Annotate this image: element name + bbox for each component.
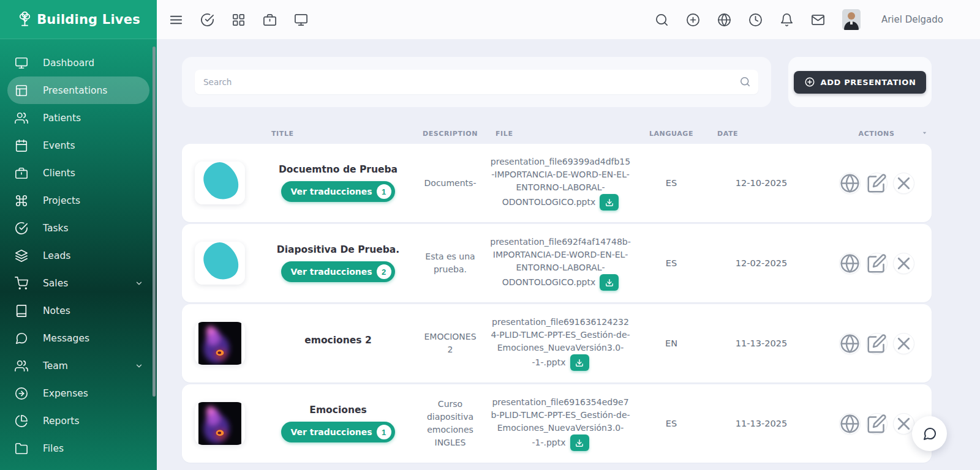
plus-circle-icon[interactable]	[686, 13, 700, 27]
topbar: Ariel Delgado	[157, 0, 980, 39]
plus-circle-icon	[804, 76, 815, 88]
user-name[interactable]: Ariel Delgado	[881, 14, 943, 25]
ver-traducciones-button[interactable]: Ver traducciones 2	[281, 261, 394, 282]
header-date[interactable]: DATE	[701, 130, 821, 138]
grid-icon[interactable]	[232, 13, 246, 27]
delete-button[interactable]	[893, 253, 914, 274]
sidebar-item-presentations[interactable]: Presentations	[7, 76, 149, 104]
add-presentation-button[interactable]: ADD PRESENTATION	[794, 71, 927, 94]
topbar-right: Ariel Delgado	[655, 9, 943, 30]
header-actions[interactable]: ACTIONS	[859, 130, 895, 138]
sidebar-scrollbar[interactable]	[153, 47, 156, 397]
edit-icon	[867, 253, 887, 274]
brand-logo[interactable]: Building Lives	[0, 0, 157, 39]
toolbar-row: ADD PRESENTATION	[182, 57, 932, 107]
presentation-date: 12-02-2025	[701, 258, 821, 268]
table-row: Diapositiva De Prueba. Ver traducciones …	[182, 224, 932, 302]
sidebar-item-clients[interactable]: Clients	[7, 159, 149, 187]
download-button[interactable]	[600, 274, 619, 291]
badge-count: 1	[377, 425, 391, 439]
clock-icon[interactable]	[748, 13, 763, 27]
pie-chart-icon	[15, 414, 28, 428]
check-circle-icon[interactable]	[200, 13, 214, 27]
search-icon[interactable]	[739, 76, 751, 88]
sidebar-item-projects[interactable]: Projects	[7, 187, 149, 214]
translate-globe-button[interactable]	[839, 253, 861, 274]
monitor-icon[interactable]	[294, 13, 308, 27]
download-icon	[605, 278, 614, 287]
topbar-left-icons	[169, 13, 308, 27]
sort-caret-icon[interactable]	[921, 130, 928, 136]
delete-button[interactable]	[893, 173, 914, 194]
sidebar-item-dashboard[interactable]: Dashboard	[7, 49, 149, 76]
download-button[interactable]	[600, 194, 619, 211]
ver-traducciones-button[interactable]: Ver traducciones 1	[281, 181, 394, 202]
sidebar-item-files[interactable]: Files	[7, 435, 149, 462]
sidebar-item-leads[interactable]: Leads	[7, 242, 149, 269]
download-icon	[605, 198, 614, 207]
edit-button[interactable]	[866, 173, 888, 194]
sidebar-item-events[interactable]: Events	[7, 132, 149, 159]
presentation-thumbnail[interactable]	[195, 402, 245, 445]
sidebar-item-notes[interactable]: Notes	[7, 297, 149, 324]
calendar-icon	[15, 139, 28, 152]
ver-traducciones-button[interactable]: Ver traducciones 1	[281, 422, 394, 442]
briefcase-icon	[15, 166, 28, 180]
menu-icon[interactable]	[169, 13, 183, 27]
sidebar-item-tasks[interactable]: Tasks	[7, 214, 149, 242]
presentation-language: ES	[641, 419, 701, 428]
layout-icon	[15, 84, 28, 97]
translate-globe-button[interactable]	[839, 413, 861, 435]
presentation-description: Curso diapositiva emociones INGLES	[421, 398, 480, 449]
presentations-table: Docuemtno de Prueba Ver traducciones 1 D…	[182, 144, 932, 463]
globe-icon	[840, 253, 860, 274]
header-file[interactable]: FILE	[480, 130, 641, 138]
avatar-photo-icon	[842, 9, 861, 30]
search-input[interactable]	[195, 70, 758, 94]
edit-icon	[867, 414, 887, 434]
check-circle-icon	[15, 222, 28, 235]
translate-globe-button[interactable]	[839, 333, 861, 354]
download-button[interactable]	[570, 354, 589, 371]
edit-button[interactable]	[866, 333, 888, 354]
presentation-file-name: presentation_file6916354ed9e7b-PLID-TLMC…	[491, 397, 630, 447]
presentation-thumbnail[interactable]	[195, 162, 245, 204]
delete-button[interactable]	[893, 413, 914, 435]
sidebar-item-team[interactable]: Team	[7, 352, 149, 379]
chat-fab-button[interactable]	[912, 416, 947, 451]
globe-icon[interactable]	[717, 13, 731, 27]
add-presentation-label: ADD PRESENTATION	[821, 78, 916, 87]
bell-icon[interactable]	[780, 13, 794, 27]
sidebar-item-reports[interactable]: Reports	[7, 407, 149, 435]
sidebar-nav: Dashboard Presentations Patients Events …	[0, 39, 157, 462]
main-content: ADD PRESENTATION TITLE DESCRIPTION FILE …	[157, 39, 980, 470]
edit-button[interactable]	[866, 413, 888, 435]
chevron-down-icon	[135, 279, 143, 288]
download-button[interactable]	[570, 435, 589, 451]
header-language[interactable]: LANGUAGE	[641, 130, 701, 138]
translate-globe-button[interactable]	[839, 173, 861, 194]
presentation-thumbnail[interactable]	[195, 242, 245, 285]
cart-icon	[15, 277, 28, 290]
header-title[interactable]: TITLE	[255, 130, 421, 138]
presentation-date: 11-13-2025	[701, 419, 821, 428]
edit-button[interactable]	[866, 253, 888, 274]
sidebar-item-sales[interactable]: Sales	[7, 269, 149, 297]
briefcase-icon[interactable]	[263, 13, 277, 27]
brand-name: Building Lives	[37, 12, 140, 27]
sidebar-item-patients[interactable]: Patients	[7, 104, 149, 132]
sidebar-item-expenses[interactable]: Expenses	[7, 379, 149, 407]
download-icon	[575, 439, 584, 447]
header-description[interactable]: DESCRIPTION	[421, 130, 480, 138]
presentation-thumbnail[interactable]	[195, 322, 245, 365]
sidebar-item-messages[interactable]: Messages	[7, 324, 149, 352]
mail-icon[interactable]	[811, 13, 825, 27]
close-icon	[894, 334, 914, 354]
search-icon[interactable]	[655, 13, 669, 27]
presentation-title: Docuemtno de Prueba	[255, 164, 421, 175]
add-presentation-card: ADD PRESENTATION	[788, 57, 932, 107]
delete-button[interactable]	[893, 333, 914, 354]
close-icon	[894, 414, 914, 434]
user-avatar[interactable]	[842, 9, 861, 30]
badge-label: Ver traducciones	[290, 267, 372, 277]
